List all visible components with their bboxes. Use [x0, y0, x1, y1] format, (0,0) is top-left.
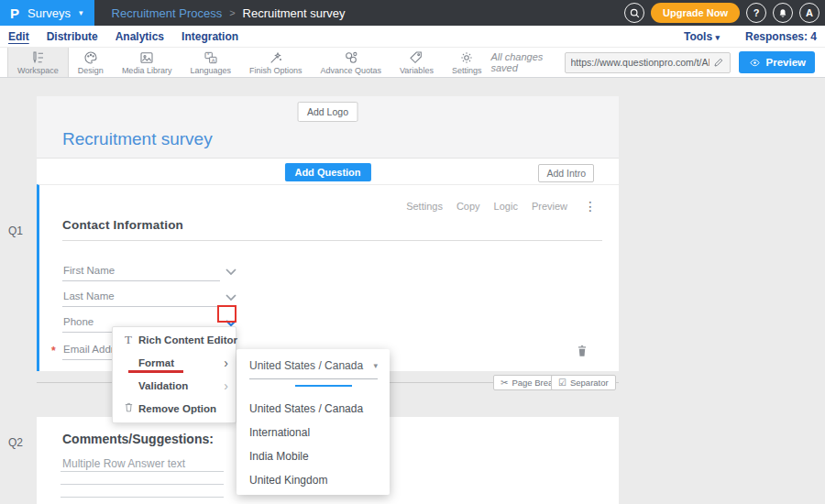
upgrade-now-button[interactable]: Upgrade Now — [651, 3, 740, 23]
breadcrumb-current: Recruitment survey — [243, 6, 346, 20]
tools-label: Tools — [684, 30, 712, 43]
save-status: All changes saved — [490, 51, 556, 73]
answer-line[interactable] — [60, 471, 224, 472]
separator-button[interactable]: ☑ Separator — [551, 375, 616, 390]
format-selected-value: United States / Canada — [249, 359, 363, 372]
caret-down-icon: ▾ — [715, 33, 720, 42]
menu-item-label: Format — [138, 357, 174, 368]
add-question-button[interactable]: Add Question — [284, 163, 370, 181]
question-preview-link[interactable]: Preview — [532, 201, 567, 212]
survey-header: Add Logo Recruitment survey — [37, 96, 619, 158]
add-logo-button[interactable]: Add Logo — [297, 102, 358, 122]
edit-pencil-icon — [713, 57, 724, 68]
answer-placeholder[interactable]: Multiple Row Answer text — [62, 457, 185, 470]
breadcrumb-folder-link[interactable]: Recruitment Process — [112, 6, 223, 20]
question-logic-link[interactable]: Logic — [494, 201, 518, 212]
notifications-button[interactable] — [773, 3, 793, 23]
surveys-product-menu[interactable]: P Surveys ▾ — [0, 0, 94, 26]
search-icon — [629, 7, 641, 19]
product-label: Surveys — [28, 6, 71, 20]
answer-line[interactable] — [60, 497, 224, 498]
question1-number: Q1 — [8, 225, 23, 237]
question-copy-link[interactable]: Copy — [456, 201, 480, 212]
tab-edit[interactable]: Edit — [8, 30, 29, 43]
field-label: First Name — [63, 265, 115, 276]
toolbar-item-design[interactable]: Design — [69, 48, 113, 77]
toolbar-item-advance-quotas[interactable]: Advance Quotas — [311, 48, 390, 77]
format-option-us-canada[interactable]: United States / Canada — [236, 397, 390, 421]
toolbar-item-label: Advance Quotas — [320, 66, 381, 75]
gear-icon — [459, 50, 474, 65]
translate-icon: A* — [204, 50, 218, 65]
question2-title[interactable]: Comments/Suggestions: — [62, 432, 214, 446]
answer-line[interactable] — [60, 484, 224, 485]
toolbar-item-label: Finish Options — [249, 66, 302, 75]
format-submenu-panel: United States / Canada ▾ United States /… — [236, 349, 390, 495]
responses-link[interactable]: Responses: 4 — [745, 30, 817, 43]
format-option-united-kingdom[interactable]: United Kingdom — [236, 468, 390, 492]
image-icon — [139, 50, 154, 65]
submenu-arrow-icon: › — [224, 378, 228, 393]
questionpro-survey-editor: P Surveys ▾ Recruitment Process > Recrui… — [0, 0, 825, 504]
format-select[interactable]: United States / Canada ▾ — [249, 359, 378, 379]
toolbar-item-variables[interactable]: Variables — [390, 48, 443, 77]
editor-toolbar: Workspace Design Media Library A* Langua… — [0, 48, 825, 78]
menu-item-remove-option[interactable]: Remove Option — [113, 398, 236, 421]
tab-distribute[interactable]: Distribute — [47, 30, 98, 43]
field-label: Last Name — [63, 290, 115, 301]
select-focus-indicator — [295, 385, 352, 387]
menu-item-label: Validation — [138, 380, 188, 391]
annotation-underline — [128, 370, 183, 373]
toolbar-item-media-library[interactable]: Media Library — [113, 48, 182, 77]
toolbar-item-label: Workspace — [17, 66, 59, 75]
section-nav: Edit Distribute Analytics Integration To… — [0, 26, 825, 48]
toolbar-item-label: Settings — [452, 66, 482, 75]
toolbar-item-workspace[interactable]: Workspace — [7, 48, 69, 77]
rich-text-icon: T — [121, 333, 136, 347]
kebab-menu-icon[interactable]: ⋮ — [584, 199, 597, 214]
toolbar-item-label: Variables — [400, 66, 434, 75]
top-bar: P Surveys ▾ Recruitment Process > Recrui… — [0, 0, 825, 26]
tab-analytics[interactable]: Analytics — [116, 30, 164, 43]
breadcrumb: Recruitment Process > Recruitment survey — [112, 6, 346, 20]
survey-url-box[interactable]: https://www.questionpro.com/t/APNrFZ — [565, 52, 731, 73]
account-avatar[interactable]: A — [799, 3, 820, 23]
format-options-list: United States / Canada International Ind… — [236, 397, 390, 492]
question-settings-link[interactable]: Settings — [406, 201, 443, 212]
search-button[interactable] — [624, 3, 644, 23]
format-option-india-mobile[interactable]: India Mobile — [236, 444, 390, 468]
chevron-down-icon[interactable] — [225, 293, 237, 301]
add-question-row: Add Question Add Intro — [37, 158, 619, 184]
workspace-icon — [30, 50, 45, 65]
format-option-international[interactable]: International — [236, 421, 390, 444]
toolbar-item-languages[interactable]: A* Languages — [181, 48, 240, 77]
question1-title-underline — [62, 240, 602, 241]
field-first-name[interactable]: First Name — [62, 262, 262, 282]
delete-question-icon[interactable] — [576, 344, 588, 358]
chevron-down-icon[interactable] — [225, 268, 237, 276]
checkbox-icon: ☑ — [558, 378, 566, 388]
question1-title[interactable]: Contact Information — [62, 218, 183, 232]
field-label: Phone — [63, 316, 94, 327]
tools-menu[interactable]: Tools ▾ — [684, 30, 720, 43]
menu-item-label: Rich Content Editor — [138, 334, 237, 345]
select-caret-icon: ▾ — [373, 361, 378, 370]
survey-title[interactable]: Recruitment survey — [62, 129, 213, 149]
question2-number: Q2 — [8, 436, 23, 449]
svg-text:A: A — [211, 57, 214, 62]
trash-icon — [121, 401, 136, 416]
caret-down-icon: ▾ — [79, 8, 83, 17]
toolbar-item-finish-options[interactable]: Finish Options — [240, 48, 312, 77]
preview-button[interactable]: Preview — [739, 51, 815, 73]
question1-actions: Settings Copy Logic Preview ⋮ — [406, 199, 597, 214]
menu-item-validation[interactable]: Validation › — [113, 375, 236, 398]
scissors-icon: ✂ — [500, 378, 508, 388]
tab-integration[interactable]: Integration — [182, 30, 238, 43]
help-button[interactable]: ? — [746, 3, 766, 23]
add-intro-button[interactable]: Add Intro — [538, 164, 594, 182]
menu-item-rich-content-editor[interactable]: T Rich Content Editor — [113, 329, 236, 352]
menu-item-label: Remove Option — [138, 403, 216, 414]
chain-links-icon — [344, 50, 358, 65]
survey-url: https://www.questionpro.com/t/APNrFZ — [571, 57, 710, 68]
toolbar-item-settings[interactable]: Settings — [443, 48, 491, 77]
